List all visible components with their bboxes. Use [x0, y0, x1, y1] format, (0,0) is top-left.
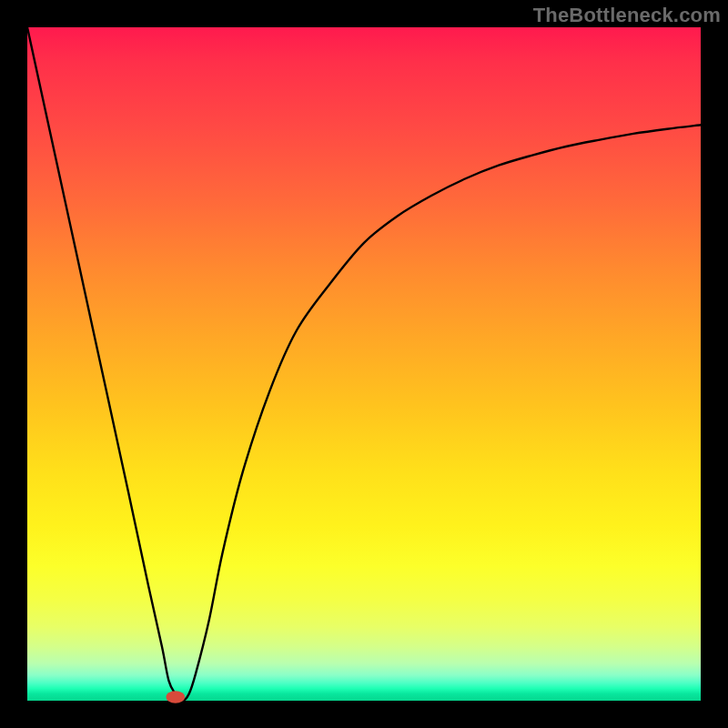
chart-frame: TheBottleneck.com	[0, 0, 728, 728]
plot-area	[27, 27, 701, 701]
bottleneck-curve	[27, 27, 701, 701]
curve-layer	[27, 27, 701, 701]
min-marker	[166, 691, 185, 703]
watermark: TheBottleneck.com	[533, 4, 721, 27]
